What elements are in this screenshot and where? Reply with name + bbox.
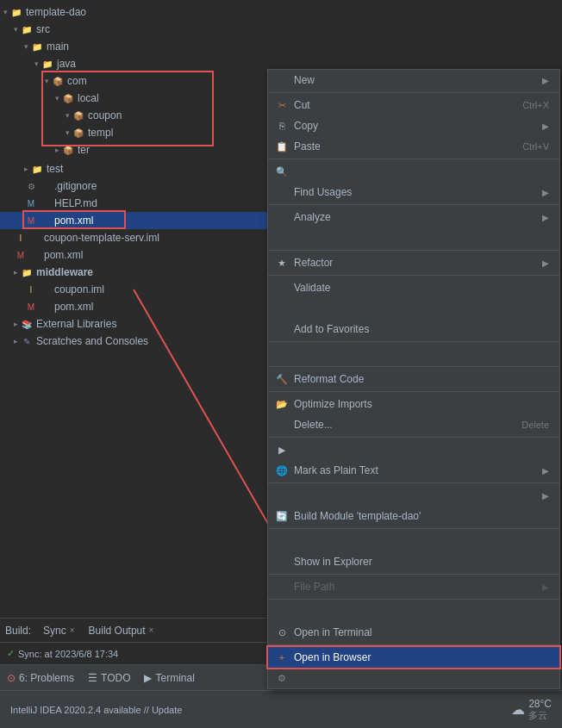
menu-item-show-explorer[interactable]: 📂 Optimize Imports	[268, 394, 559, 414]
filepath-icon	[275, 418, 289, 432]
menu-item-find-usages[interactable]: 🔍	[268, 161, 559, 182]
tree-item-external-libs[interactable]: ▸ 📚 External Libraries	[0, 315, 267, 333]
menu-item-local-history[interactable]: ▶	[268, 485, 559, 506]
tree-item-coupon-iml2[interactable]: I coupon.iml	[0, 281, 267, 298]
menu-item-add-ant[interactable]: ⚙	[268, 668, 559, 688]
menu-item-open-terminal[interactable]: ▶	[268, 439, 559, 460]
separator	[268, 574, 559, 575]
tree-item-templ[interactable]: ▾ 📦 templ	[0, 124, 267, 141]
menu-label-build: Reformat Code	[294, 373, 364, 385]
terminal-item[interactable]: ▶ Terminal	[144, 672, 194, 684]
arrow-icon: ▾	[34, 59, 39, 68]
menu-label-analyze: Find Usages	[294, 186, 352, 198]
tree-item-test[interactable]: ▸ 📁 test	[0, 160, 267, 177]
tree-item-ter[interactable]: ▸ 📦 ter	[0, 141, 267, 159]
menu-item-cut[interactable]: ✂ Cut Ctrl+X	[268, 95, 559, 115]
menu-item-analyze[interactable]: Find Usages ▶	[268, 182, 559, 202]
sync-bar: ✓ Sync: at 2023/6/8 17:34	[0, 642, 276, 664]
separator	[268, 599, 559, 600]
submenu-arrow: ▶	[542, 491, 549, 501]
menu-item-mark-plain[interactable]	[268, 344, 559, 364]
menu-item-compare[interactable]	[268, 531, 559, 551]
tree-item-scratches[interactable]: ▸ ✎ Scratches and Consoles	[0, 333, 267, 350]
tree-item-coupon[interactable]: ▾ 📦 coupon	[0, 107, 267, 124]
tree-item-coupon-iml[interactable]: I coupon-template-serv.iml	[0, 229, 267, 246]
menu-item-compare-editor[interactable]: Show in Explorer	[268, 551, 559, 572]
tree-item-helpmd[interactable]: M HELP.md	[0, 195, 267, 212]
tree-label: HELP.md	[54, 197, 97, 209]
tree-label: coupon	[88, 109, 122, 121]
tree-item-pom2[interactable]: M pom.xml	[0, 246, 267, 264]
menu-item-create-gist[interactable]: ⊙ Open in Terminal	[268, 622, 559, 643]
xsd-icon	[275, 605, 289, 619]
menu-item-copy[interactable]: ⎘ Copy ▶	[268, 115, 559, 136]
menu-item-build[interactable]: 🔨 Reformat Code	[268, 369, 559, 389]
menu-label-paste: Paste	[294, 140, 321, 152]
reload-icon: 🔄	[275, 509, 289, 523]
todo-item[interactable]: ☰ TODO	[88, 672, 130, 684]
menu-item-refactor[interactable]: Analyze ▶	[268, 207, 559, 227]
menu-item-delete[interactable]: Add to Favorites	[268, 319, 559, 339]
menu-item-open-browser[interactable]: 🌐 Mark as Plain Text ▶	[268, 460, 559, 481]
menu-item-file-path[interactable]: Delete... Delete	[268, 414, 559, 435]
problems-item[interactable]: ⊙ 6: Problems	[7, 672, 74, 684]
gist-icon: ⊙	[275, 625, 289, 639]
sync-text: Sync: at 2023/6/8 17:34	[18, 649, 118, 659]
menu-item-paste[interactable]: 📋 Paste Ctrl+V	[268, 136, 559, 157]
output-tab-label: Build Output	[89, 625, 146, 637]
favorites-icon: ★	[275, 256, 289, 270]
tab-sync[interactable]: Sync ×	[36, 621, 82, 640]
menu-item-mark-dir: File Path ▶	[268, 576, 559, 597]
menu-item-optimize[interactable]	[268, 298, 559, 319]
arrow-icon: ▾	[66, 128, 70, 137]
sync-close-button[interactable]: ×	[70, 625, 75, 635]
menu-label-new: New	[294, 74, 315, 86]
package-icon: 📦	[51, 74, 65, 88]
arrow-icon: ▾	[55, 94, 59, 103]
menu-item-generate-xsd[interactable]	[268, 601, 559, 622]
menu-item-reload[interactable]: 🔄 Build Module 'template-dao'	[268, 506, 559, 526]
problems-icon: ⊙	[7, 672, 16, 684]
weather-desc: 多云	[528, 710, 552, 721]
tree-label: coupon-template-serv.iml	[44, 232, 159, 244]
weather-widget[interactable]: ☁ 28°C 多云	[511, 698, 552, 722]
arrow-icon: ▾	[3, 8, 8, 16]
tree-item-local[interactable]: ▾ 📦 local	[0, 90, 267, 107]
lib-icon: 📚	[20, 317, 34, 331]
tree-item-middleware[interactable]: ▸ 📁 middleware	[0, 264, 267, 281]
tree-label: .gitignore	[54, 180, 97, 192]
menu-item-reformat[interactable]: Validate	[268, 277, 559, 298]
build-tabs: Build: Sync × Build Output ×	[0, 618, 276, 642]
tree-item-main[interactable]: ▾ 📁 main	[0, 38, 267, 55]
menu-item-add-favorites[interactable]: ★ Refactor ▶	[268, 252, 559, 273]
tree-item-java[interactable]: ▾ 📁 java	[0, 55, 267, 72]
arrow-icon: ▸	[14, 268, 18, 277]
tree-label: External Libraries	[36, 318, 116, 330]
tree-item-pom3[interactable]: M pom.xml	[0, 298, 267, 315]
tree-label: src	[36, 23, 50, 35]
arrow-icon: ▸	[14, 320, 18, 328]
menu-item-add-maven[interactable]: + Open in Browser	[268, 647, 559, 668]
tab-build-output[interactable]: Build Output ×	[82, 621, 161, 640]
browser-icon: 🌐	[275, 464, 289, 477]
idea-bar: IntelliJ IDEA 2020.2.4 available // Upda…	[0, 690, 562, 728]
delete-icon	[275, 322, 289, 336]
cut-icon: ✂	[275, 98, 289, 112]
menu-label-favorites: Refactor	[294, 257, 333, 269]
tree-item-com[interactable]: ▾ 📦 com	[0, 72, 267, 90]
menu-label-refactor: Analyze	[294, 211, 331, 223]
tree-item-pom1[interactable]: M pom.xml	[0, 212, 267, 229]
optimize-icon	[275, 302, 289, 315]
separator	[268, 275, 559, 276]
paste-shortcut: Ctrl+V	[522, 141, 549, 152]
build-label: Build:	[0, 625, 36, 637]
tree-item-src[interactable]: ▾ 📁 src	[0, 21, 267, 38]
separator	[268, 366, 559, 367]
menu-item-validate[interactable]	[268, 227, 559, 248]
menu-item-new[interactable]: New ▶	[268, 70, 559, 90]
output-close-button[interactable]: ×	[149, 625, 154, 635]
cut-shortcut: Ctrl+X	[522, 100, 549, 110]
tree-item-gitignore[interactable]: ⚙ .gitignore	[0, 177, 267, 195]
weather-temp: 28°C	[528, 698, 552, 710]
tree-item-template-dao[interactable]: ▾ 📁 template-dao	[0, 3, 267, 21]
